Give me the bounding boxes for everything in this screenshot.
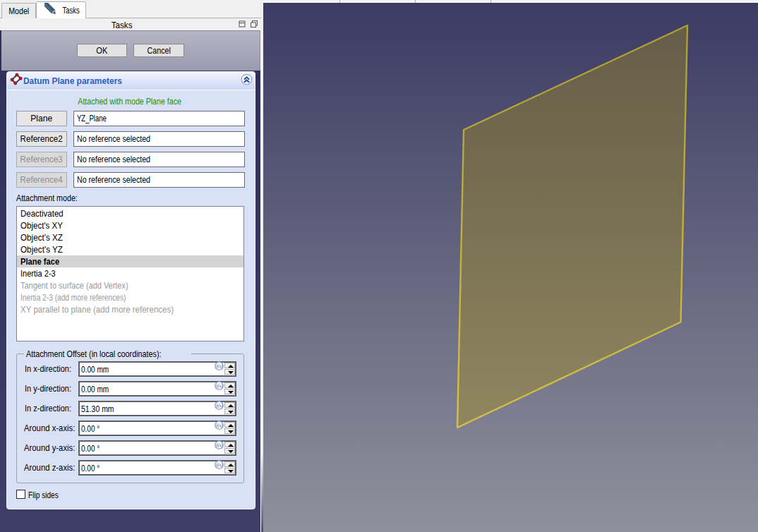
svg-text:f(x): f(x) <box>216 363 223 369</box>
svg-text:f(x): f(x) <box>216 423 223 428</box>
svg-text:f(x): f(x) <box>216 442 223 448</box>
svg-text:f(x): f(x) <box>216 383 223 389</box>
svg-text:f(x): f(x) <box>216 403 223 409</box>
svg-text:f(x): f(x) <box>216 462 223 468</box>
